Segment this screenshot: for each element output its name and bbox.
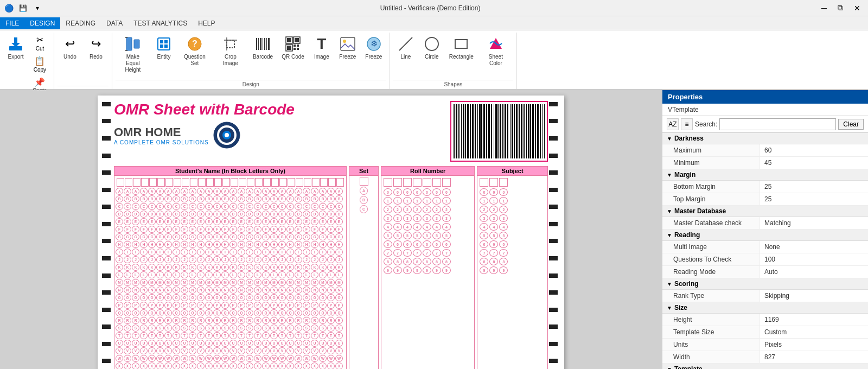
bubble: U — [278, 340, 286, 347]
crop-image-label: Crop Image — [217, 54, 244, 67]
bubble: A — [213, 188, 221, 195]
bubble-row: QQQQQQQQQQQQQQQQQQQQQQQQQQQQ — [116, 309, 345, 316]
bubble: P — [116, 302, 123, 309]
props-search-input[interactable] — [719, 118, 836, 130]
bubble: F — [221, 226, 229, 233]
bubble: O — [238, 294, 245, 301]
entity-button[interactable]: Entity — [151, 33, 176, 63]
menu-reading[interactable]: READING — [60, 17, 101, 29]
rectangle-button[interactable]: Rectangle — [445, 33, 477, 63]
svg-rect-3 — [126, 37, 132, 50]
minimize-btn[interactable]: ─ — [818, 2, 830, 14]
canvas-area[interactable]: OMR Sheet with Barcode OMR HOME A COMPLE… — [0, 90, 662, 369]
bubble: H — [124, 241, 131, 248]
props-section-header-3[interactable]: ▼Reading — [662, 230, 868, 241]
bubble: X — [246, 362, 253, 369]
bubble: V — [311, 347, 318, 354]
bubble: R — [303, 317, 310, 324]
question-set-button[interactable]: ? Question Set — [177, 33, 212, 69]
menu-design[interactable]: DESIGN — [24, 17, 60, 29]
bubble: C — [132, 203, 139, 210]
svg-rect-18 — [258, 38, 259, 50]
copy-button[interactable]: 📋 Copy — [29, 54, 50, 74]
freeze-button[interactable]: ❄ Freeze — [361, 33, 386, 63]
bubble: T — [140, 332, 148, 339]
bubble: O — [246, 294, 253, 301]
bubble: J — [205, 256, 213, 263]
cut-button[interactable]: ✂ Cut — [29, 33, 50, 53]
props-key-1: Top Margin — [662, 193, 760, 205]
bubble: 7 — [413, 249, 422, 257]
bubble: X — [327, 362, 335, 369]
redo-button[interactable]: ↪ Redo — [84, 33, 108, 63]
crop-image-button[interactable]: Crop Image — [213, 33, 248, 69]
bubble: M — [156, 279, 164, 286]
name-input-cell — [157, 178, 165, 187]
reg-mark — [549, 308, 558, 312]
bubble: S — [124, 325, 131, 332]
bubble: I — [270, 249, 278, 256]
bubble: C — [205, 203, 213, 210]
bubble: U — [229, 340, 237, 347]
undo-button[interactable]: ↩ Undo — [58, 33, 82, 63]
bubble: J — [140, 256, 148, 263]
bubble: A — [140, 188, 148, 195]
line-button[interactable]: Line — [393, 33, 418, 63]
bubble: E — [148, 218, 156, 225]
bubble: B — [278, 195, 286, 202]
bubble: O — [335, 294, 343, 301]
image-button[interactable]: Freeze — [335, 33, 360, 63]
props-section-header-2[interactable]: ▼Master Database — [662, 206, 868, 217]
bubble: D — [303, 211, 310, 218]
bubble: Q — [173, 309, 180, 316]
restore-btn[interactable]: ⧉ — [834, 2, 846, 14]
bubble: L — [295, 271, 302, 278]
sheet-color-button[interactable]: Sheet Color — [478, 33, 513, 69]
bubble: J — [319, 256, 327, 263]
close-btn[interactable]: ✕ — [851, 2, 864, 14]
bubble: S — [116, 325, 123, 332]
bubble: C — [197, 203, 205, 210]
props-section-header-5[interactable]: ▼Size — [662, 302, 868, 314]
menu-help[interactable]: HELP — [193, 17, 220, 29]
text-button[interactable]: T Image — [309, 33, 334, 63]
bubble: 0 — [423, 188, 431, 196]
quick-more-btn[interactable]: ▾ — [33, 3, 42, 13]
props-row: Minimum45 — [662, 157, 868, 169]
menu-file[interactable]: FILE — [0, 17, 24, 29]
bubble: K — [295, 264, 302, 271]
bubble: G — [229, 233, 237, 240]
bubble: 7 — [384, 249, 392, 257]
bubble: P — [156, 302, 164, 309]
reg-mark — [102, 273, 111, 278]
bubble: C — [335, 203, 343, 210]
props-section-header-4[interactable]: ▼Scoring — [662, 278, 868, 290]
bubble: F — [319, 226, 327, 233]
bubble: H — [221, 241, 229, 248]
bubble: G — [140, 233, 148, 240]
props-categorize-btn[interactable]: ≡ — [681, 118, 693, 130]
export-button[interactable]: Export — [3, 33, 28, 63]
bubble: 1 — [413, 197, 422, 205]
props-value-1: 100 — [760, 253, 868, 265]
bubble: C — [213, 203, 221, 210]
bubble: Q — [181, 309, 188, 316]
reg-mark — [549, 256, 558, 260]
ribbon: Export ✂ Cut 📋 Copy 📌 Paste ✕ Delete — [0, 30, 868, 90]
bubble: M — [295, 279, 302, 286]
menu-analytics[interactable]: TEST ANALYTICS — [128, 17, 193, 29]
menu-data[interactable]: DATA — [101, 17, 128, 29]
props-clear-button[interactable]: Clear — [838, 119, 864, 130]
qr-code-button[interactable]: QR Code — [278, 33, 308, 63]
barcode-button[interactable]: Barcode — [249, 33, 277, 63]
circle-button[interactable]: Circle — [419, 33, 444, 63]
props-section-header-6[interactable]: ▼Template — [662, 364, 868, 369]
omr-logo-text: OMR HOME A COMPLETE OMR SOLUTIONS — [114, 125, 209, 145]
bubble: J — [229, 256, 237, 263]
quick-save-btn[interactable]: 💾 — [16, 3, 30, 13]
make-equal-height-button[interactable]: Make Equal Height — [116, 33, 150, 76]
props-section-header-0[interactable]: ▼Darkness — [662, 133, 868, 144]
props-section-header-1[interactable]: ▼Margin — [662, 169, 868, 181]
bubble: D — [262, 211, 270, 218]
props-sort-az-btn[interactable]: AZ — [667, 118, 679, 130]
